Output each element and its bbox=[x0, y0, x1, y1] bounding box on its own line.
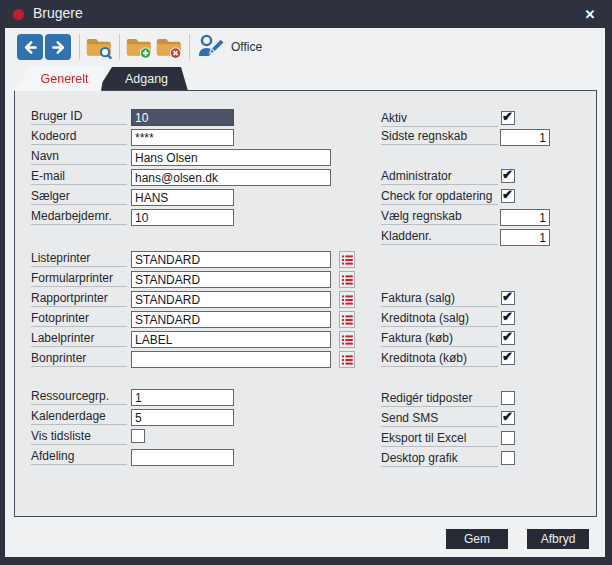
faktura-salg-label: Faktura (salg) bbox=[381, 291, 498, 307]
kreditnota-koeb-label: Kreditnota (køb) bbox=[381, 351, 498, 367]
desktop-grafik-label: Desktop grafik bbox=[381, 451, 498, 467]
field-row-administrator: Administrator bbox=[15, 169, 596, 187]
close-button[interactable]: ✕ bbox=[577, 3, 603, 25]
tab-adgang-label: Adgang bbox=[125, 72, 168, 86]
faktura-koeb-checkbox[interactable] bbox=[501, 331, 515, 345]
add-user-button[interactable] bbox=[125, 33, 153, 60]
faktura-salg-checkbox[interactable] bbox=[501, 291, 515, 305]
desktop-grafik-checkbox[interactable] bbox=[501, 451, 515, 465]
field-row-listeprinter: Listeprinter bbox=[15, 251, 596, 269]
list-icon bbox=[342, 275, 353, 285]
kreditnota-salg-checkbox[interactable] bbox=[501, 311, 515, 325]
field-row-formularprinter: Formularprinter bbox=[15, 271, 596, 289]
listeprinter-lookup-button[interactable] bbox=[339, 251, 355, 268]
send-sms-label: Send SMS bbox=[381, 411, 498, 427]
arrow-right-icon bbox=[50, 39, 67, 56]
toolbar-separator bbox=[119, 34, 120, 60]
arrow-left-icon bbox=[22, 39, 39, 56]
close-icon: ✕ bbox=[585, 7, 596, 22]
formularprinter-lookup-button[interactable] bbox=[339, 271, 355, 288]
navn-input[interactable] bbox=[131, 149, 331, 166]
field-row-kladdenr: Kladdenr. bbox=[15, 229, 596, 247]
search-user-button[interactable] bbox=[85, 33, 113, 60]
field-row-check-for-opdatering: Check for opdatering bbox=[15, 189, 596, 207]
field-row-send-sms: Send SMS bbox=[15, 411, 596, 429]
kladdenr-input[interactable] bbox=[500, 229, 550, 246]
delete-user-button[interactable] bbox=[155, 33, 183, 60]
field-row-kreditnota-koeb: Kreditnota (køb) bbox=[15, 351, 596, 369]
folder-add-icon bbox=[125, 34, 153, 60]
check-for-opdatering-checkbox[interactable] bbox=[501, 189, 515, 203]
aktiv-label: Aktiv bbox=[381, 111, 498, 127]
titlebar: Brugere ✕ bbox=[0, 0, 612, 28]
rediger-tidposter-checkbox[interactable] bbox=[501, 391, 515, 405]
vaelg-regnskab-input[interactable] bbox=[500, 209, 550, 226]
field-row-vaelg-regnskab: Vælg regnskab bbox=[15, 209, 596, 227]
brugere-window: Brugere ✕ bbox=[0, 0, 612, 565]
sidste-regnskab-label: Sidste regnskab bbox=[381, 129, 498, 145]
app-icon bbox=[13, 9, 24, 20]
field-row-faktura-salg: Faktura (salg) bbox=[15, 291, 596, 309]
tab-generelt[interactable]: Generelt bbox=[14, 66, 105, 91]
navn-label: Navn bbox=[31, 149, 127, 165]
formularprinter-label: Formularprinter bbox=[31, 271, 127, 287]
check-for-opdatering-label: Check for opdatering bbox=[381, 189, 498, 205]
save-button[interactable]: Gem bbox=[446, 529, 508, 549]
tab-generelt-label: Generelt bbox=[41, 72, 89, 86]
listeprinter-input[interactable] bbox=[131, 251, 331, 268]
vaelg-regnskab-label: Vælg regnskab bbox=[381, 209, 498, 225]
field-row-sidste-regnskab: Sidste regnskab bbox=[15, 129, 596, 147]
toolbar-separator bbox=[79, 34, 80, 60]
kreditnota-salg-label: Kreditnota (salg) bbox=[381, 311, 498, 327]
field-row-aktiv: Aktiv bbox=[15, 111, 596, 129]
folder-delete-icon bbox=[155, 34, 183, 60]
field-row-kreditnota-salg: Kreditnota (salg) bbox=[15, 311, 596, 329]
nav-back-button[interactable] bbox=[17, 34, 43, 60]
office-label: Office bbox=[231, 40, 262, 54]
nav-forward-button[interactable] bbox=[45, 34, 71, 60]
folder-search-icon bbox=[85, 34, 113, 60]
form-panel: Bruger ID Kodeord Navn E-mail Sælger Med… bbox=[14, 90, 597, 517]
aktiv-checkbox[interactable] bbox=[501, 111, 515, 125]
list-icon bbox=[342, 255, 353, 265]
field-row-desktop-grafik: Desktop grafik bbox=[15, 451, 596, 469]
listeprinter-label: Listeprinter bbox=[31, 251, 127, 267]
administrator-checkbox[interactable] bbox=[501, 169, 515, 183]
tab-adgang[interactable]: Adgang bbox=[97, 67, 188, 91]
administrator-label: Administrator bbox=[381, 169, 498, 185]
rediger-tidposter-label: Redigér tidposter bbox=[381, 391, 498, 407]
kladdenr-label: Kladdenr. bbox=[381, 229, 498, 245]
faktura-koeb-label: Faktura (køb) bbox=[381, 331, 498, 347]
eksport-til-excel-checkbox[interactable] bbox=[501, 431, 515, 445]
field-row-rediger-tidposter: Redigér tidposter bbox=[15, 391, 596, 409]
user-edit-icon bbox=[196, 33, 224, 60]
send-sms-checkbox[interactable] bbox=[501, 411, 515, 425]
office-user-button[interactable] bbox=[196, 33, 224, 60]
toolbar-separator bbox=[189, 34, 190, 60]
formularprinter-input[interactable] bbox=[131, 271, 331, 288]
kreditnota-koeb-checkbox[interactable] bbox=[501, 351, 515, 365]
cancel-button[interactable]: Afbryd bbox=[527, 529, 589, 549]
window-title: Brugere bbox=[33, 5, 83, 21]
field-row-navn: Navn bbox=[15, 149, 596, 167]
sidste-regnskab-input[interactable] bbox=[500, 129, 550, 146]
eksport-til-excel-label: Eksport til Excel bbox=[381, 431, 498, 447]
field-row-eksport-til-excel: Eksport til Excel bbox=[15, 431, 596, 449]
field-row-faktura-koeb: Faktura (køb) bbox=[15, 331, 596, 349]
window-body: Office Generelt Adgang Bruger ID Kodeord… bbox=[5, 28, 605, 557]
